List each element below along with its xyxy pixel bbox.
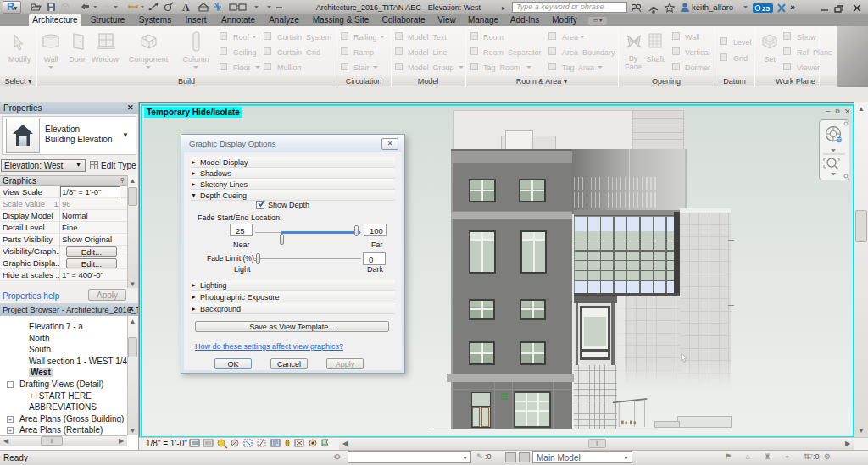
svg-text:25: 25 — [762, 5, 770, 13]
svg-text:2D: 2D — [837, 138, 843, 142]
svg-text:A: A — [182, 2, 190, 14]
svg-text:keith_alfaro: keith_alfaro — [692, 3, 733, 12]
